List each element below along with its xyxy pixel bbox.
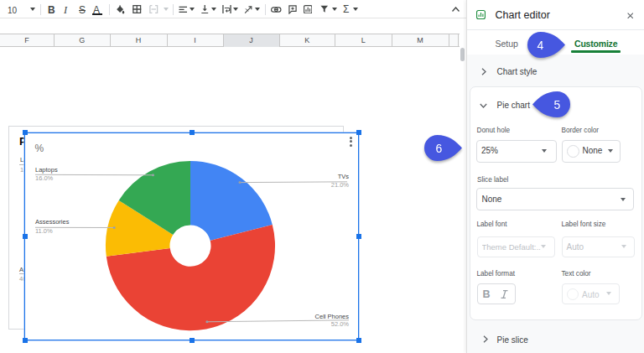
svg-text:5: 5 — [553, 98, 560, 112]
svg-text:6: 6 — [436, 141, 443, 154]
svg-text:4: 4 — [538, 39, 544, 52]
